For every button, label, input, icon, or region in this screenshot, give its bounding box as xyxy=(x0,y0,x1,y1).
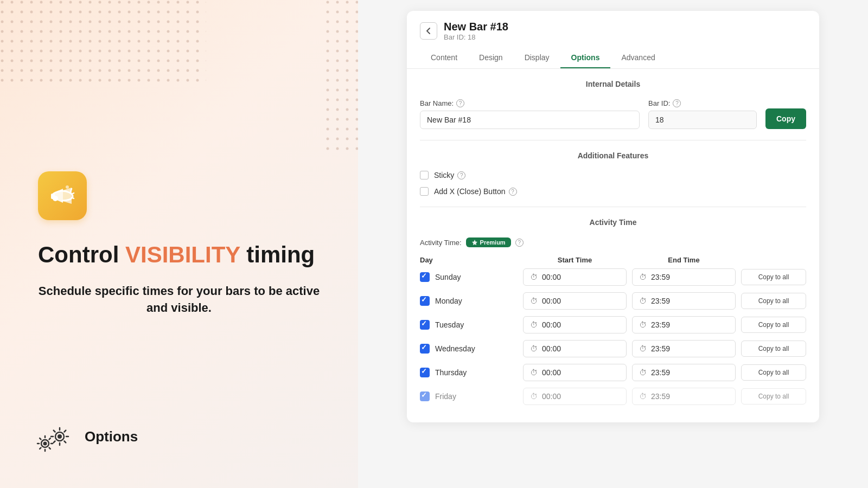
monday-label: Monday xyxy=(435,297,462,305)
divider-1 xyxy=(420,140,806,140)
monday-end-value: 23:59 xyxy=(651,297,670,305)
clock-icon-sunday-end: ⏱ xyxy=(639,273,647,281)
sunday-copy-to-all[interactable]: Copy to all xyxy=(741,269,806,285)
bottom-options-section: Options xyxy=(33,418,138,455)
close-button-help-icon[interactable]: ? xyxy=(509,188,517,196)
sunday-start-time[interactable]: ⏱ 00:00 xyxy=(523,268,627,286)
schedule-row-tuesday: Tuesday ⏱ 00:00 ⏱ 23:59 Copy to all xyxy=(420,316,806,333)
card-header: New Bar #18 Bar ID: 18 Content Design Di… xyxy=(407,11,819,69)
close-button-label: Add X (Close) Button ? xyxy=(434,187,517,196)
tab-design[interactable]: Design xyxy=(468,48,514,68)
tab-navigation: Content Design Display Options Advanced xyxy=(420,48,806,68)
bar-name-help-icon[interactable]: ? xyxy=(456,99,464,107)
thursday-end-value: 23:59 xyxy=(651,368,670,377)
monday-start-time[interactable]: ⏱ 00:00 xyxy=(523,292,627,310)
tab-display[interactable]: Display xyxy=(514,48,560,68)
schedule-row-sunday: Sunday ⏱ 00:00 ⏱ 23:59 Copy to all xyxy=(420,268,806,286)
monday-copy-to-all[interactable]: Copy to all xyxy=(741,293,806,309)
friday-start-time[interactable]: ⏱ 00:00 xyxy=(523,388,627,405)
thursday-start-time[interactable]: ⏱ 00:00 xyxy=(523,364,627,381)
wednesday-start-time[interactable]: ⏱ 00:00 xyxy=(523,340,627,357)
sunday-label: Sunday xyxy=(435,273,461,281)
bar-title: New Bar #18 xyxy=(444,21,508,33)
bar-id-field: Bar ID: ? xyxy=(648,99,757,129)
additional-features-title: Additional Features xyxy=(420,151,806,162)
day-cell-friday: Friday xyxy=(420,391,518,401)
internal-details-title: Internal Details xyxy=(420,80,806,91)
tuesday-start-value: 00:00 xyxy=(542,320,561,329)
header-day: Day xyxy=(420,256,518,264)
thursday-start-value: 00:00 xyxy=(542,368,561,377)
thursday-copy-to-all[interactable]: Copy to all xyxy=(741,364,806,381)
tuesday-checkbox[interactable] xyxy=(420,320,430,330)
thursday-end-time[interactable]: ⏱ 23:59 xyxy=(632,364,736,381)
clock-icon-wednesday-start: ⏱ xyxy=(530,344,538,353)
tuesday-label: Tuesday xyxy=(435,320,464,329)
bar-id-subtitle: Bar ID: 18 xyxy=(444,33,508,41)
clock-icon-thursday-start: ⏱ xyxy=(530,368,538,377)
tab-advanced[interactable]: Advanced xyxy=(610,48,666,68)
internal-details-fields: Bar Name: ? Bar ID: ? Copy xyxy=(420,99,806,129)
wednesday-start-value: 00:00 xyxy=(542,344,561,353)
clock-icon-friday-start: ⏱ xyxy=(530,392,538,401)
friday-end-time[interactable]: ⏱ 23:59 xyxy=(632,388,736,405)
wednesday-copy-to-all[interactable]: Copy to all xyxy=(741,341,806,357)
schedule-row-thursday: Thursday ⏱ 00:00 ⏱ 23:59 Copy to all xyxy=(420,364,806,381)
tab-content[interactable]: Content xyxy=(420,48,468,68)
header-end-time: End Time xyxy=(632,256,736,264)
schedule-header: Day Start Time End Time xyxy=(420,256,806,268)
monday-checkbox[interactable] xyxy=(420,296,430,306)
sunday-end-time[interactable]: ⏱ 23:59 xyxy=(632,268,736,286)
schedule-row-friday: Friday ⏱ 00:00 ⏱ 23:59 Copy to all xyxy=(420,388,806,405)
tuesday-end-value: 23:59 xyxy=(651,320,670,329)
dot-pattern-top xyxy=(0,0,358,98)
friday-checkbox[interactable] xyxy=(420,391,430,401)
bar-id-label: Bar ID: ? xyxy=(648,99,757,107)
day-cell-tuesday: Tuesday xyxy=(420,320,518,330)
day-cell-sunday: Sunday xyxy=(420,272,518,282)
sticky-checkbox[interactable] xyxy=(420,171,429,179)
tuesday-end-time[interactable]: ⏱ 23:59 xyxy=(632,316,736,333)
copy-button[interactable]: Copy xyxy=(765,108,806,129)
activity-time-help-icon[interactable]: ? xyxy=(515,239,524,247)
tuesday-copy-to-all[interactable]: Copy to all xyxy=(741,317,806,333)
divider-2 xyxy=(420,207,806,207)
friday-copy-to-all[interactable]: Copy to all xyxy=(741,388,806,404)
tuesday-start-time[interactable]: ⏱ 00:00 xyxy=(523,316,627,333)
day-cell-monday: Monday xyxy=(420,296,518,306)
headline: Control VISIBILITY timing xyxy=(38,242,315,268)
bar-id-help-icon[interactable]: ? xyxy=(673,99,681,107)
subheadline: Schedule specific times for your bars to… xyxy=(38,283,320,317)
svg-rect-3 xyxy=(326,0,358,152)
sticky-help-icon[interactable]: ? xyxy=(457,171,465,179)
sunday-end-value: 23:59 xyxy=(651,273,670,281)
close-button-checkbox-row: Add X (Close) Button ? xyxy=(420,187,806,196)
monday-end-time[interactable]: ⏱ 23:59 xyxy=(632,292,736,310)
clock-icon-thursday-end: ⏱ xyxy=(639,368,647,377)
bar-name-label: Bar Name: ? xyxy=(420,99,640,107)
schedule-table: Day Start Time End Time Sunday ⏱ 00:00 xyxy=(420,256,806,405)
clock-icon-friday-end: ⏱ xyxy=(639,392,647,401)
back-button[interactable] xyxy=(420,22,437,40)
svg-rect-1 xyxy=(0,0,206,87)
clock-icon-wednesday-end: ⏱ xyxy=(639,344,647,353)
clock-icon-tuesday-end: ⏱ xyxy=(639,320,647,329)
bar-name-field: Bar Name: ? xyxy=(420,99,640,129)
sunday-checkbox[interactable] xyxy=(420,272,430,282)
clock-icon-monday-start: ⏱ xyxy=(530,297,538,305)
wednesday-end-time[interactable]: ⏱ 23:59 xyxy=(632,340,736,357)
bar-name-input[interactable] xyxy=(420,111,640,129)
close-button-checkbox[interactable] xyxy=(420,187,429,196)
schedule-row-monday: Monday ⏱ 00:00 ⏱ 23:59 Copy to all xyxy=(420,292,806,310)
sunday-start-value: 00:00 xyxy=(542,273,561,281)
tab-options[interactable]: Options xyxy=(560,48,611,68)
day-cell-thursday: Thursday xyxy=(420,368,518,377)
right-panel: New Bar #18 Bar ID: 18 Content Design Di… xyxy=(358,0,868,488)
options-label: Options xyxy=(85,428,138,445)
bar-id-input[interactable] xyxy=(648,111,757,129)
thursday-checkbox[interactable] xyxy=(420,368,430,377)
activity-time-section-title: Activity Time xyxy=(420,218,806,229)
wednesday-checkbox[interactable] xyxy=(420,344,430,354)
thursday-label: Thursday xyxy=(435,368,467,377)
card-body: Internal Details Bar Name: ? Bar ID: ? xyxy=(407,69,819,422)
